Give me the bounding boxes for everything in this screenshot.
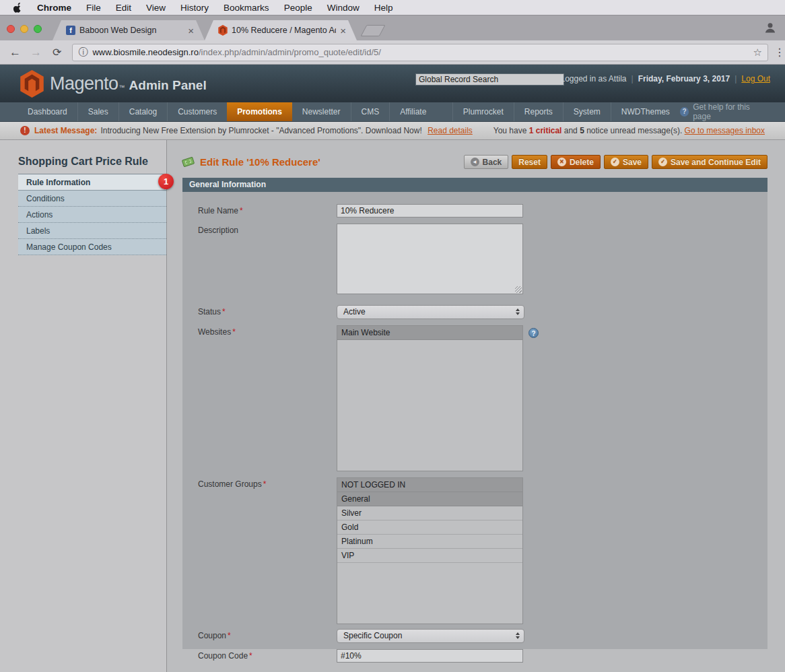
customer-groups-multiselect[interactable]: NOT LOGGED IN General Silver Gold Platin… <box>337 477 523 624</box>
brand-admin-panel: Admin Panel <box>129 78 207 93</box>
group-option-gold[interactable]: Gold <box>337 520 522 535</box>
description-textarea[interactable] <box>337 224 523 294</box>
delete-button-icon: ✕ <box>557 158 566 166</box>
save-button-icon: ✓ <box>611 158 619 166</box>
browser-menu-icon[interactable]: ⋮ <box>774 46 785 59</box>
page-info-icon[interactable]: ⓘ <box>78 46 88 59</box>
magento-logo-icon <box>20 70 44 100</box>
rule-name-label: Rule Name* <box>198 204 337 217</box>
status-label: Status* <box>198 305 337 319</box>
critical-count: 1 critical <box>529 126 562 135</box>
websites-multiselect[interactable]: Main Website <box>337 325 523 471</box>
menubar-item-edit[interactable]: Edit <box>116 3 131 13</box>
logout-link[interactable]: Log Out <box>741 74 770 83</box>
forward-icon: → <box>30 46 42 58</box>
delete-button[interactable]: ✕ Delete <box>551 155 601 169</box>
coupon-select-value: Specific Coupon <box>343 631 402 640</box>
brand-title: Magento™ Admin Panel <box>50 73 207 94</box>
macos-menu-bar: Chrome File Edit View History Bookmarks … <box>0 0 785 15</box>
sidebar-item-rule-information[interactable]: Rule Information <box>18 174 166 191</box>
nav-item-reports[interactable]: Reports <box>514 102 563 121</box>
sidebar: Shopping Cart Price Rule Rule Informatio… <box>0 140 167 672</box>
rule-name-input[interactable] <box>337 204 523 217</box>
coupon-code-input[interactable] <box>337 649 523 663</box>
nav-item-catalog[interactable]: Catalog <box>118 102 167 121</box>
nav-item-system[interactable]: System <box>563 102 611 121</box>
group-option-platinum[interactable]: Platinum <box>337 535 522 549</box>
global-search-input[interactable] <box>415 73 564 86</box>
address-bar[interactable]: ⓘ www.biosmile.neodesign.ro/index.php/ad… <box>72 44 768 61</box>
websites-option-main[interactable]: Main Website <box>337 326 522 340</box>
required-mark: * <box>228 631 231 640</box>
menubar-item-view[interactable]: View <box>146 3 166 13</box>
coupon-code-label: Coupon Code* <box>198 649 337 663</box>
help-icon: ? <box>680 107 689 116</box>
nav-item-sales[interactable]: Sales <box>77 102 118 121</box>
magento-nav: Dashboard Sales Catalog Customers Promot… <box>0 102 785 122</box>
close-tab-icon[interactable]: × <box>340 26 346 36</box>
required-mark: * <box>249 651 252 661</box>
nav-item-customers[interactable]: Customers <box>167 102 227 121</box>
read-details-link[interactable]: Read details <box>428 126 473 135</box>
group-option-vip[interactable]: VIP <box>337 549 522 563</box>
browser-tab-baboon[interactable]: f Baboon Web Design × <box>53 20 205 40</box>
sidebar-item-conditions[interactable]: Conditions <box>18 191 166 207</box>
sidebar-item-manage-coupon-codes[interactable]: Manage Coupon Codes <box>18 239 166 255</box>
header-user-info: Logged in as Attila | Friday, February 3… <box>560 74 770 83</box>
apple-icon[interactable] <box>13 2 22 13</box>
page-content: Shopping Cart Price Rule Rule Informatio… <box>0 140 785 672</box>
menubar-item-history[interactable]: History <box>180 3 209 13</box>
nav-item-cms[interactable]: CMS <box>351 102 390 121</box>
reset-button[interactable]: Reset <box>512 155 547 169</box>
menubar-item-file[interactable]: File <box>86 3 101 13</box>
browser-tab-magento[interactable]: 10% Reducere / Magento Adm × <box>205 20 357 40</box>
close-tab-icon[interactable]: × <box>188 26 194 36</box>
status-select[interactable]: Active <box>337 305 524 319</box>
messages-inbox-link[interactable]: Go to messages inbox <box>685 126 765 135</box>
browser-tab-strip: f Baboon Web Design × 10% Reducere / Mag… <box>0 15 785 40</box>
required-mark: * <box>240 206 243 215</box>
menubar-item-window[interactable]: Window <box>327 3 360 13</box>
rule-ticket-icon <box>182 157 195 168</box>
nav-item-plumrocket[interactable]: Plumrocket <box>452 102 514 121</box>
tab-title: Baboon Web Design <box>79 26 184 35</box>
menubar-item-help[interactable]: Help <box>374 3 393 13</box>
back-button[interactable]: ◄ Back <box>464 155 509 169</box>
group-option-general[interactable]: General <box>337 492 522 506</box>
field-help-icon[interactable]: ? <box>528 328 539 338</box>
step-badge: 1 <box>158 174 174 189</box>
latest-message: Latest Message:Introducing New Free Exte… <box>34 126 473 135</box>
nav-item-dashboard[interactable]: Dashboard <box>18 102 77 121</box>
reload-icon[interactable]: ⟳ <box>53 47 61 58</box>
group-option-not-logged-in[interactable]: NOT LOGGED IN <box>337 478 522 492</box>
coupon-select[interactable]: Specific Coupon <box>337 629 524 643</box>
nav-item-nwdthemes[interactable]: NWDThemes <box>611 102 680 121</box>
menubar-item-bookmarks[interactable]: Bookmarks <box>224 3 269 13</box>
facebook-icon: f <box>66 26 75 35</box>
latest-message-text: Introducing New Free Extension by Plumro… <box>100 126 421 135</box>
menubar-item-people[interactable]: People <box>284 3 312 13</box>
logged-in-text: Logged in as Attila <box>560 74 626 83</box>
resize-handle[interactable] <box>515 286 522 293</box>
bookmark-star-icon[interactable]: ☆ <box>753 46 762 59</box>
back-icon[interactable]: ← <box>9 46 21 58</box>
nav-item-newsletter[interactable]: Newsletter <box>292 102 351 121</box>
nav-item-promotions[interactable]: Promotions <box>227 102 292 121</box>
nav-item-affiliate-plus[interactable]: Affiliate Plus <box>389 102 452 121</box>
browser-toolbar: ← → ⟳ ⓘ www.biosmile.neodesign.ro/index.… <box>0 40 785 65</box>
zoom-window-button[interactable] <box>34 25 42 33</box>
tab-title: 10% Reducere / Magento Adm <box>232 26 336 35</box>
get-help-link[interactable]: ? Get help for this page <box>680 102 766 121</box>
customer-groups-label: Customer Groups* <box>198 477 337 624</box>
close-window-button[interactable] <box>7 25 15 33</box>
minimize-window-button[interactable] <box>20 25 28 33</box>
group-option-silver[interactable]: Silver <box>337 506 522 520</box>
new-tab-button[interactable] <box>360 25 385 36</box>
menubar-app-name[interactable]: Chrome <box>37 3 71 13</box>
separator: | <box>735 74 737 83</box>
profile-avatar-icon[interactable] <box>763 21 777 37</box>
save-button[interactable]: ✓ Save <box>604 155 648 169</box>
sidebar-item-actions[interactable]: Actions <box>18 207 166 223</box>
sidebar-item-labels[interactable]: Labels <box>18 223 166 239</box>
save-and-continue-button[interactable]: ✓ Save and Continue Edit <box>652 155 767 169</box>
